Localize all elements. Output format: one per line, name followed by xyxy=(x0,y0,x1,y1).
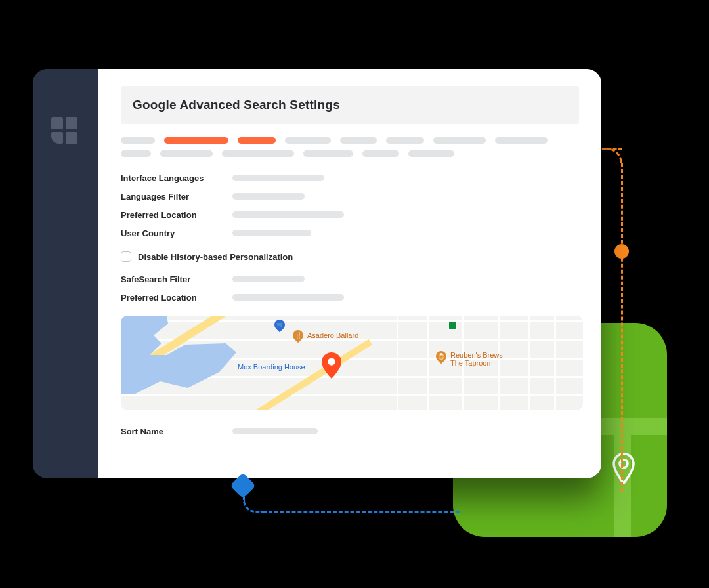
sidebar xyxy=(33,69,98,478)
page-title-band: Google Advanced Search Settings xyxy=(121,86,579,124)
settings-fields: Interface Languages Languages Filter Pre… xyxy=(121,169,579,306)
field-label: SafeSearch Filter xyxy=(121,274,232,284)
map-park-icon xyxy=(448,321,457,330)
field-value-placeholder[interactable] xyxy=(232,294,344,301)
pill[interactable] xyxy=(386,137,424,144)
app-logo-icon xyxy=(51,117,80,146)
map-pin-icon xyxy=(612,453,635,484)
checkbox-icon[interactable] xyxy=(121,251,131,262)
svg-point-0 xyxy=(620,460,628,468)
field-user-country: User Country xyxy=(121,224,579,242)
bar-pin-icon: 🍺 xyxy=(434,349,449,364)
pill[interactable] xyxy=(121,150,151,157)
poi-mox[interactable]: Mox Boarding House xyxy=(238,363,305,371)
field-sort-name: Sort Name xyxy=(121,422,579,440)
connector-blue xyxy=(243,491,466,530)
pill[interactable] xyxy=(362,150,399,157)
field-label: Preferred Location xyxy=(121,293,232,303)
location-map[interactable]: 🛒 🍴 Asadero Ballard Mox Boarding House 🍺… xyxy=(121,316,583,410)
poi-label: Asadero Ballard xyxy=(307,331,358,339)
poi-label: Reuben's Brews - xyxy=(450,351,507,359)
poi-asadero[interactable]: 🍴 Asadero Ballard xyxy=(293,330,358,341)
app-window: Google Advanced Search Settings xyxy=(33,69,601,478)
page-title: Google Advanced Search Settings xyxy=(133,98,567,112)
field-safesearch-filter: SafeSearch Filter xyxy=(121,270,579,288)
field-value-placeholder[interactable] xyxy=(232,175,324,181)
field-preferred-location-2: Preferred Location xyxy=(121,288,579,306)
pill[interactable] xyxy=(222,150,294,157)
field-value-placeholder[interactable] xyxy=(232,193,305,200)
pill[interactable] xyxy=(160,150,213,157)
field-languages-filter: Languages Filter xyxy=(121,187,579,205)
pill[interactable] xyxy=(340,137,377,144)
map-canvas: 🛒 🍴 Asadero Ballard Mox Boarding House 🍺… xyxy=(121,316,583,410)
selected-location-pin-icon[interactable] xyxy=(322,352,341,379)
filter-pills xyxy=(121,137,579,157)
pill[interactable] xyxy=(408,150,454,157)
field-value-placeholder[interactable] xyxy=(232,276,305,282)
shop-pin-icon: 🛒 xyxy=(272,318,288,333)
connector-dot-icon xyxy=(614,244,629,259)
poi-shop[interactable]: 🛒 xyxy=(274,320,285,330)
poi-label: The Taproom xyxy=(450,359,507,367)
restaurant-pin-icon: 🍴 xyxy=(291,328,306,343)
field-label: User Country xyxy=(121,228,232,238)
poi-reubens[interactable]: 🍺 Reuben's Brews - The Taproom xyxy=(436,351,507,367)
field-value-placeholder[interactable] xyxy=(232,230,311,236)
pill[interactable] xyxy=(495,137,548,144)
checkbox-label: Disable History-based Personalization xyxy=(138,252,293,262)
field-label: Languages Filter xyxy=(121,192,232,201)
field-preferred-location: Preferred Location xyxy=(121,205,579,224)
poi-label: Mox Boarding House xyxy=(238,363,305,371)
pill-active[interactable] xyxy=(164,137,228,144)
svg-point-1 xyxy=(328,358,335,366)
pill[interactable] xyxy=(285,137,331,144)
field-label: Preferred Location xyxy=(121,210,232,220)
field-label: Sort Name xyxy=(121,427,232,436)
content: Google Advanced Search Settings xyxy=(98,69,601,478)
field-value-placeholder[interactable] xyxy=(232,211,344,218)
field-interface-languages: Interface Languages xyxy=(121,169,579,187)
disable-personalization-row[interactable]: Disable History-based Personalization xyxy=(121,251,579,262)
pill[interactable] xyxy=(433,137,486,144)
pill-active[interactable] xyxy=(238,137,276,144)
field-value-placeholder[interactable] xyxy=(232,428,318,434)
stage: Google Advanced Search Settings xyxy=(0,0,709,588)
pill[interactable] xyxy=(121,137,155,144)
pill[interactable] xyxy=(303,150,353,157)
field-label: Interface Languages xyxy=(121,173,232,183)
